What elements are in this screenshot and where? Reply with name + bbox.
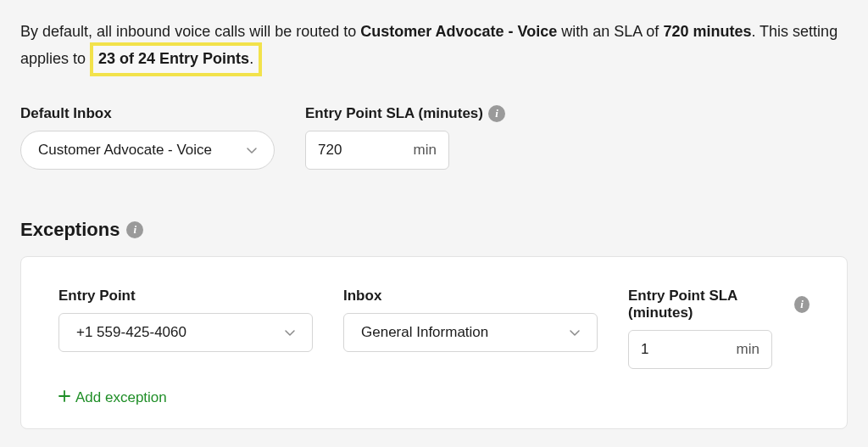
intro-part4: . xyxy=(249,50,253,67)
default-inbox-col: Default Inbox Customer Advocate - Voice xyxy=(20,105,275,170)
add-exception-button[interactable]: Add exception xyxy=(58,389,810,406)
exception-sla-input[interactable]: 1 min xyxy=(628,330,772,369)
info-icon[interactable]: i xyxy=(488,105,505,122)
exception-inbox-select[interactable]: General Information xyxy=(343,313,598,352)
intro-sla: 720 minutes xyxy=(663,23,751,40)
exception-entry-select[interactable]: +1 559-425-4060 xyxy=(58,313,313,352)
info-icon[interactable]: i xyxy=(126,221,143,238)
default-sla-label-text: Entry Point SLA (minutes) xyxy=(305,105,483,122)
intro-part1: By default, all inbound voice calls will… xyxy=(20,23,360,40)
default-inbox-value: Customer Advocate - Voice xyxy=(38,142,212,159)
exception-sla-label-text: Entry Point SLA (minutes) xyxy=(628,288,789,321)
exception-sla-unit: min xyxy=(737,341,760,358)
description-text: By default, all inbound voice calls will… xyxy=(20,20,848,76)
exception-entry-label: Entry Point xyxy=(58,288,313,305)
intro-entry-points: 23 of 24 Entry Points xyxy=(98,50,249,67)
exceptions-title: Exceptions i xyxy=(20,219,848,241)
exception-row: Entry Point +1 559-425-4060 Inbox Genera… xyxy=(58,288,810,369)
intro-part2: with an SLA of xyxy=(557,23,663,40)
chevron-down-icon xyxy=(245,143,259,157)
exception-inbox-value: General Information xyxy=(361,324,488,341)
exception-sla-col: Entry Point SLA (minutes) i 1 min xyxy=(628,288,810,369)
exception-sla-label: Entry Point SLA (minutes) i xyxy=(628,288,810,321)
chevron-down-icon xyxy=(568,326,581,339)
exception-entry-col: Entry Point +1 559-425-4060 xyxy=(58,288,313,369)
default-sla-input[interactable]: 720 min xyxy=(305,131,449,170)
default-sla-col: Entry Point SLA (minutes) i 720 min xyxy=(305,105,505,170)
chevron-down-icon xyxy=(283,326,297,339)
exception-inbox-label: Inbox xyxy=(343,288,598,305)
entry-points-highlight: 23 of 24 Entry Points. xyxy=(90,42,262,76)
plus-icon xyxy=(58,389,70,406)
exceptions-title-text: Exceptions xyxy=(20,219,120,241)
default-inbox-label: Default Inbox xyxy=(20,105,275,122)
default-sla-label: Entry Point SLA (minutes) i xyxy=(305,105,505,122)
exception-entry-value: +1 559-425-4060 xyxy=(76,324,186,341)
default-sla-unit: min xyxy=(414,142,437,159)
exceptions-card: Entry Point +1 559-425-4060 Inbox Genera… xyxy=(20,256,848,429)
info-icon[interactable]: i xyxy=(794,296,810,313)
add-exception-label: Add exception xyxy=(75,389,167,406)
default-fields-row: Default Inbox Customer Advocate - Voice … xyxy=(20,105,848,170)
default-sla-value: 720 xyxy=(318,142,342,159)
exception-inbox-col: Inbox General Information xyxy=(343,288,598,369)
exception-sla-value: 1 xyxy=(641,341,648,358)
default-inbox-select[interactable]: Customer Advocate - Voice xyxy=(20,131,275,170)
intro-routed-to: Customer Advocate - Voice xyxy=(360,23,557,40)
